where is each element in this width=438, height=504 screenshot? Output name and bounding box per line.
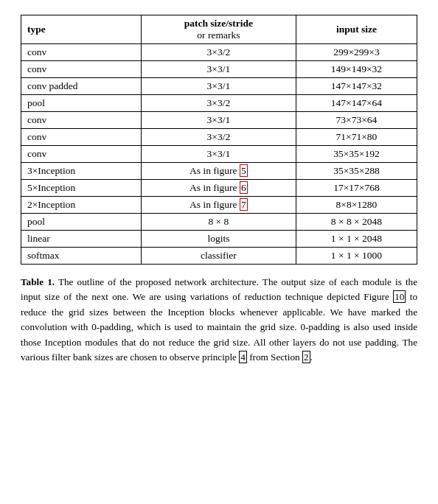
cell-patch: As in figure 6 (141, 180, 296, 197)
table-row: softmaxclassifier1 × 1 × 1000 (21, 248, 417, 265)
cell-input: 1 × 1 × 1000 (296, 248, 417, 265)
cell-patch: As in figure 7 (141, 197, 296, 214)
cell-input: 8×8×1280 (296, 197, 417, 214)
cell-input: 299×299×3 (296, 44, 417, 61)
caption-label: Table 1. (21, 276, 55, 287)
cell-input: 147×147×64 (296, 95, 417, 112)
cell-type: linear (21, 231, 142, 248)
cell-type: conv (21, 44, 142, 61)
type-header-label: type (27, 24, 46, 35)
cell-patch: classifier (141, 248, 296, 265)
cell-input: 147×147×32 (296, 78, 417, 95)
cell-type: conv (21, 129, 142, 146)
cell-patch: 3×3/2 (141, 129, 296, 146)
cell-type: 2×Inception (21, 197, 142, 214)
cell-type: pool (21, 214, 142, 231)
table-row: 2×InceptionAs in figure 78×8×1280 (21, 197, 417, 214)
cell-patch: 3×3/1 (141, 61, 296, 78)
network-architecture-table: type patch size/stride or remarks input … (21, 15, 417, 265)
patch-header-main: patch size/stride (147, 18, 290, 29)
cell-type: softmax (21, 248, 142, 265)
cell-input: 73×73×64 (296, 112, 417, 129)
cell-patch: 3×3/1 (141, 78, 296, 95)
cell-patch: 3×3/2 (141, 44, 296, 61)
table-row: pool3×3/2147×147×64 (21, 95, 417, 112)
table-row: conv3×3/271×71×80 (21, 129, 417, 146)
cell-type: 5×Inception (21, 180, 142, 197)
table-row: conv3×3/173×73×64 (21, 112, 417, 129)
table-row: conv3×3/2299×299×3 (21, 44, 417, 61)
col-patch-header: patch size/stride or remarks (141, 15, 296, 44)
cell-type: conv (21, 61, 142, 78)
table-row: conv3×3/135×35×192 (21, 146, 417, 163)
cell-input: 71×71×80 (296, 129, 417, 146)
caption-ref-2: 2 (302, 351, 310, 363)
cell-input: 17×17×768 (296, 180, 417, 197)
cell-input: 35×35×192 (296, 146, 417, 163)
caption-ref-4: 4 (239, 351, 247, 363)
table-row: conv padded3×3/1147×147×32 (21, 78, 417, 95)
table-row: 5×InceptionAs in figure 617×17×768 (21, 180, 417, 197)
col-input-header: input size (296, 15, 417, 44)
col-type-header: type (21, 15, 142, 44)
cell-type: conv (21, 112, 142, 129)
cell-input: 8 × 8 × 2048 (296, 214, 417, 231)
table-row: conv3×3/1149×149×32 (21, 61, 417, 78)
caption-text-3: from Section (247, 351, 302, 363)
cell-patch: 3×3/1 (141, 112, 296, 129)
patch-header-sub: or remarks (147, 29, 290, 41)
cell-patch: 3×3/1 (141, 146, 296, 163)
cell-patch: 3×3/2 (141, 95, 296, 112)
table-row: linearlogits1 × 1 × 2048 (21, 231, 417, 248)
table-caption: Table 1. The outline of the proposed net… (21, 275, 417, 365)
cell-type: conv (21, 146, 142, 163)
caption-text-1: The outline of the proposed network arch… (21, 276, 417, 302)
cell-patch: logits (141, 231, 296, 248)
cell-patch: 8 × 8 (141, 214, 296, 231)
input-header-label: input size (336, 24, 377, 35)
cell-type: conv padded (21, 78, 142, 95)
cell-input: 149×149×32 (296, 61, 417, 78)
cell-patch: As in figure 5 (141, 163, 296, 180)
caption-text-4: . (310, 351, 313, 363)
caption-ref-10: 10 (393, 290, 406, 303)
cell-input: 35×35×288 (296, 163, 417, 180)
cell-input: 1 × 1 × 2048 (296, 231, 417, 248)
cell-type: 3×Inception (21, 163, 142, 180)
table-row: pool8 × 88 × 8 × 2048 (21, 214, 417, 231)
table-row: 3×InceptionAs in figure 535×35×288 (21, 163, 417, 180)
cell-type: pool (21, 95, 142, 112)
